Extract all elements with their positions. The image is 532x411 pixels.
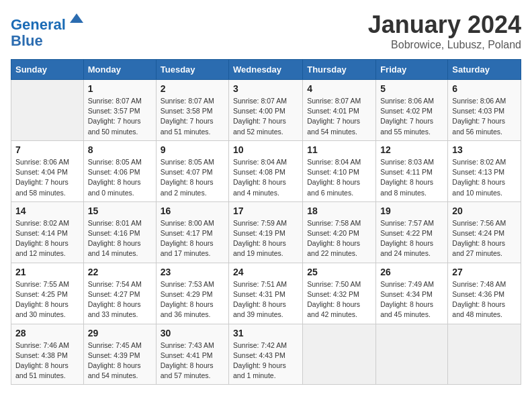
day-info: Sunrise: 8:04 AM Sunset: 4:08 PM Dayligh… <box>233 157 298 198</box>
day-number: 22 <box>88 267 152 277</box>
calendar-cell: 7Sunrise: 8:06 AM Sunset: 4:04 PM Daylig… <box>11 140 84 201</box>
day-info: Sunrise: 8:06 AM Sunset: 4:04 PM Dayligh… <box>15 157 79 198</box>
day-number: 19 <box>380 205 443 216</box>
day-info: Sunrise: 7:56 AM Sunset: 4:24 PM Dayligh… <box>452 218 517 259</box>
day-number: 11 <box>307 144 371 155</box>
day-number: 28 <box>15 328 79 338</box>
day-number: 8 <box>88 144 152 155</box>
day-number: 16 <box>161 205 224 216</box>
calendar-cell: 9Sunrise: 8:05 AM Sunset: 4:07 PM Daylig… <box>156 140 228 201</box>
day-number: 17 <box>233 205 298 216</box>
day-number: 7 <box>15 144 79 155</box>
calendar-week-row: 1Sunrise: 8:07 AM Sunset: 3:57 PM Daylig… <box>11 80 521 141</box>
day-number: 26 <box>380 267 443 277</box>
calendar-table: SundayMondayTuesdayWednesdayThursdayFrid… <box>11 59 521 385</box>
day-info: Sunrise: 7:59 AM Sunset: 4:19 PM Dayligh… <box>233 218 298 259</box>
calendar-cell: 10Sunrise: 8:04 AM Sunset: 4:08 PM Dayli… <box>229 140 303 201</box>
header-tuesday: Tuesday <box>156 60 228 80</box>
calendar-week-row: 21Sunrise: 7:55 AM Sunset: 4:25 PM Dayli… <box>11 263 521 324</box>
calendar-cell: 21Sunrise: 7:55 AM Sunset: 4:25 PM Dayli… <box>11 263 84 324</box>
day-number: 5 <box>380 83 443 94</box>
header-sunday: Sunday <box>11 60 84 80</box>
day-number: 20 <box>452 205 517 216</box>
header-saturday: Saturday <box>448 60 521 80</box>
day-info: Sunrise: 7:45 AM Sunset: 4:39 PM Dayligh… <box>88 340 152 381</box>
day-number: 14 <box>15 205 79 216</box>
day-number: 23 <box>161 267 224 277</box>
day-info: Sunrise: 7:46 AM Sunset: 4:38 PM Dayligh… <box>15 340 79 381</box>
day-number: 6 <box>452 83 517 94</box>
day-info: Sunrise: 8:07 AM Sunset: 3:57 PM Dayligh… <box>88 96 152 137</box>
day-number: 13 <box>452 144 517 155</box>
day-info: Sunrise: 7:55 AM Sunset: 4:25 PM Dayligh… <box>15 279 79 320</box>
calendar-cell: 3Sunrise: 8:07 AM Sunset: 4:00 PM Daylig… <box>229 80 303 141</box>
day-number: 3 <box>233 83 298 94</box>
logo-line1: General <box>11 16 66 33</box>
calendar-cell: 24Sunrise: 7:51 AM Sunset: 4:31 PM Dayli… <box>229 263 303 324</box>
title-block: January 2024 Bobrowice, Lubusz, Poland <box>368 11 521 51</box>
day-info: Sunrise: 8:05 AM Sunset: 4:07 PM Dayligh… <box>161 157 224 198</box>
day-info: Sunrise: 7:43 AM Sunset: 4:41 PM Dayligh… <box>161 340 224 381</box>
day-number: 15 <box>88 205 152 216</box>
calendar-cell: 11Sunrise: 8:04 AM Sunset: 4:10 PM Dayli… <box>303 140 376 201</box>
calendar-cell: 14Sunrise: 8:02 AM Sunset: 4:14 PM Dayli… <box>11 201 84 263</box>
day-info: Sunrise: 8:05 AM Sunset: 4:06 PM Dayligh… <box>88 157 152 198</box>
logo-line2: Blue <box>11 32 43 49</box>
day-number: 12 <box>380 144 443 155</box>
calendar-cell: 30Sunrise: 7:43 AM Sunset: 4:41 PM Dayli… <box>156 324 228 385</box>
day-number: 21 <box>15 267 79 277</box>
header-friday: Friday <box>376 60 448 80</box>
page-header: General Blue January 2024 Bobrowice, Lub… <box>11 11 521 51</box>
day-number: 29 <box>88 328 152 338</box>
day-info: Sunrise: 8:06 AM Sunset: 4:02 PM Dayligh… <box>380 96 443 137</box>
calendar-week-row: 7Sunrise: 8:06 AM Sunset: 4:04 PM Daylig… <box>11 140 521 201</box>
day-info: Sunrise: 8:03 AM Sunset: 4:11 PM Dayligh… <box>380 157 443 198</box>
logo-icon <box>67 11 86 30</box>
calendar-cell: 15Sunrise: 8:01 AM Sunset: 4:16 PM Dayli… <box>83 201 156 263</box>
logo: General Blue <box>11 11 86 49</box>
day-number: 30 <box>161 328 224 338</box>
calendar-cell: 26Sunrise: 7:49 AM Sunset: 4:34 PM Dayli… <box>376 263 448 324</box>
calendar-cell: 18Sunrise: 7:58 AM Sunset: 4:20 PM Dayli… <box>303 201 376 263</box>
day-info: Sunrise: 7:54 AM Sunset: 4:27 PM Dayligh… <box>88 279 152 320</box>
calendar-cell <box>448 324 521 385</box>
day-info: Sunrise: 7:53 AM Sunset: 4:29 PM Dayligh… <box>161 279 224 320</box>
day-info: Sunrise: 7:50 AM Sunset: 4:32 PM Dayligh… <box>307 279 371 320</box>
svg-marker-0 <box>70 13 83 23</box>
calendar-cell: 19Sunrise: 7:57 AM Sunset: 4:22 PM Dayli… <box>376 201 448 263</box>
day-number: 31 <box>233 328 298 338</box>
calendar-cell: 28Sunrise: 7:46 AM Sunset: 4:38 PM Dayli… <box>11 324 84 385</box>
header-wednesday: Wednesday <box>229 60 303 80</box>
day-number: 9 <box>161 144 224 155</box>
day-number: 24 <box>233 267 298 277</box>
calendar-cell: 1Sunrise: 8:07 AM Sunset: 3:57 PM Daylig… <box>83 80 156 141</box>
calendar-week-row: 14Sunrise: 8:02 AM Sunset: 4:14 PM Dayli… <box>11 201 521 263</box>
location-subtitle: Bobrowice, Lubusz, Poland <box>368 39 521 51</box>
day-info: Sunrise: 8:04 AM Sunset: 4:10 PM Dayligh… <box>307 157 371 198</box>
calendar-cell: 20Sunrise: 7:56 AM Sunset: 4:24 PM Dayli… <box>448 201 521 263</box>
day-info: Sunrise: 7:49 AM Sunset: 4:34 PM Dayligh… <box>380 279 443 320</box>
calendar-cell: 27Sunrise: 7:48 AM Sunset: 4:36 PM Dayli… <box>448 263 521 324</box>
day-info: Sunrise: 7:57 AM Sunset: 4:22 PM Dayligh… <box>380 218 443 259</box>
day-number: 2 <box>161 83 224 94</box>
day-info: Sunrise: 7:48 AM Sunset: 4:36 PM Dayligh… <box>452 279 517 320</box>
calendar-cell <box>303 324 376 385</box>
day-number: 27 <box>452 267 517 277</box>
calendar-header-row: SundayMondayTuesdayWednesdayThursdayFrid… <box>11 60 521 80</box>
logo-text: General Blue <box>11 11 86 49</box>
day-info: Sunrise: 8:07 AM Sunset: 4:01 PM Dayligh… <box>307 96 371 137</box>
day-number: 1 <box>88 83 152 94</box>
calendar-cell: 23Sunrise: 7:53 AM Sunset: 4:29 PM Dayli… <box>156 263 228 324</box>
day-info: Sunrise: 8:02 AM Sunset: 4:14 PM Dayligh… <box>15 218 79 259</box>
calendar-cell <box>376 324 448 385</box>
header-monday: Monday <box>83 60 156 80</box>
month-title: January 2024 <box>368 11 521 39</box>
day-info: Sunrise: 8:01 AM Sunset: 4:16 PM Dayligh… <box>88 218 152 259</box>
calendar-cell: 13Sunrise: 8:02 AM Sunset: 4:13 PM Dayli… <box>448 140 521 201</box>
calendar-cell <box>11 80 84 141</box>
calendar-cell: 6Sunrise: 8:06 AM Sunset: 4:03 PM Daylig… <box>448 80 521 141</box>
calendar-cell: 17Sunrise: 7:59 AM Sunset: 4:19 PM Dayli… <box>229 201 303 263</box>
calendar-cell: 12Sunrise: 8:03 AM Sunset: 4:11 PM Dayli… <box>376 140 448 201</box>
calendar-cell: 16Sunrise: 8:00 AM Sunset: 4:17 PM Dayli… <box>156 201 228 263</box>
calendar-week-row: 28Sunrise: 7:46 AM Sunset: 4:38 PM Dayli… <box>11 324 521 385</box>
